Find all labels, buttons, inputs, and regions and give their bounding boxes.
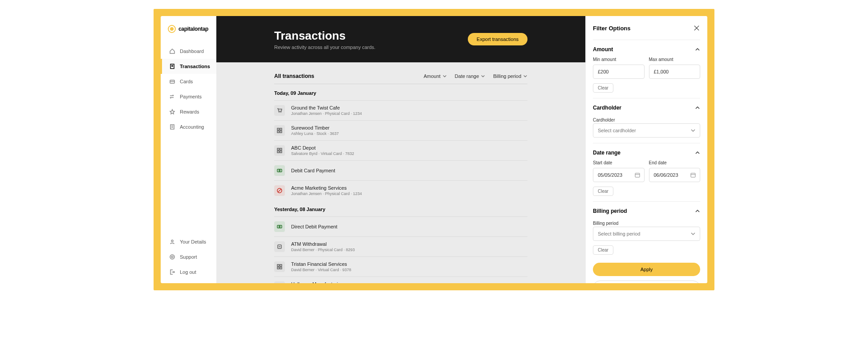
filter-panel: Filter Options Amount Min amount: [585, 16, 707, 283]
svg-rect-2: [170, 125, 174, 129]
svg-rect-22: [277, 264, 279, 266]
grid-icon: [274, 281, 285, 283]
transaction-row[interactable]: Surewood Timber Ashley Luna · Stock · 36…: [274, 120, 527, 140]
date-range-clear-button[interactable]: Clear: [593, 187, 613, 196]
transaction-row[interactable]: ABC Depot Salvatore Byrd · Virtual Card …: [274, 140, 527, 160]
close-icon[interactable]: [694, 25, 700, 32]
filter-section-amount: Amount Min amount Max amount Clear: [593, 40, 700, 98]
billing-select[interactable]: [593, 227, 700, 241]
svg-rect-25: [280, 267, 282, 269]
atm-icon: [274, 241, 285, 252]
billing-section-toggle[interactable]: Billing period: [593, 208, 700, 214]
transaction-row[interactable]: Tristan Financial Services David Berner …: [274, 256, 527, 277]
apply-filters-button[interactable]: Apply: [593, 263, 700, 276]
svg-point-6: [279, 112, 280, 113]
user-icon: [169, 239, 175, 245]
amount-clear-button[interactable]: Clear: [593, 83, 613, 93]
sidebar-item-dashboard[interactable]: Dashboard: [161, 44, 216, 59]
transaction-row[interactable]: Ground the Twist Cafe Jonathan Jensen · …: [274, 100, 527, 120]
chevron-down-icon: [442, 74, 447, 78]
filter-chip-billing-period[interactable]: Billing period: [493, 73, 527, 79]
list-title: All transactions: [274, 73, 314, 79]
end-date-label: End date: [649, 160, 701, 165]
filter-section-date-range: Date range Start date End date: [593, 143, 700, 201]
sidebar-item-payments[interactable]: Payments: [161, 89, 216, 104]
min-amount-input[interactable]: [593, 65, 645, 79]
sidebar-item-accounting[interactable]: Accounting: [161, 119, 216, 134]
card-icon: [169, 78, 175, 85]
grid-icon: [274, 261, 285, 272]
svg-point-7: [280, 112, 281, 113]
home-icon: [169, 48, 175, 54]
transaction-meta: Salvatore Byrd · Virtual Card · 7832: [291, 151, 354, 156]
cardholder-select[interactable]: [593, 123, 700, 138]
grid-icon: [274, 125, 285, 136]
end-date-input[interactable]: [649, 168, 701, 182]
cardholder-section-toggle[interactable]: Cardholder: [593, 105, 700, 111]
filter-section-cardholder: Cardholder Cardholder: [593, 98, 700, 143]
transaction-row[interactable]: Acme Marketing Services Jonathan Jensen …: [274, 180, 527, 200]
transaction-row[interactable]: Holloway Manufacturing Salvatore Byrd · …: [274, 277, 527, 283]
svg-point-3: [171, 240, 173, 242]
start-date-label: Start date: [593, 160, 645, 165]
life-ring-icon: [169, 254, 175, 260]
sidebar-item-label: Transactions: [180, 64, 210, 69]
sidebar-item-label: Cards: [180, 79, 193, 84]
money-icon: [274, 165, 285, 176]
sidebar-item-rewards[interactable]: Rewards: [161, 104, 216, 119]
date-group-header: Yesterday, 08 January: [274, 200, 527, 216]
transaction-row[interactable]: ATM Withdrawal David Berner · Physical C…: [274, 236, 527, 256]
transaction-row[interactable]: Direct Debit Payment: [274, 216, 527, 236]
svg-point-4: [170, 255, 174, 259]
transaction-title: Ground the Twist Cafe: [291, 105, 362, 110]
date-range-section-toggle[interactable]: Date range: [593, 150, 700, 156]
chevron-up-icon: [695, 150, 700, 155]
transactions-content: All transactions AmountDate rangeBilling…: [216, 62, 585, 283]
svg-rect-15: [280, 151, 282, 153]
clear-all-filters-button[interactable]: Clear all filters: [593, 281, 700, 283]
svg-rect-12: [277, 148, 279, 150]
logo-mark-icon: [168, 25, 176, 33]
filter-chip-date-range[interactable]: Date range: [455, 73, 485, 79]
start-date-input[interactable]: [593, 168, 645, 182]
sidebar-item-support[interactable]: Support: [161, 249, 216, 264]
transaction-meta: Jonathan Jensen · Physical Card · 1234: [291, 111, 362, 116]
transfer-icon: [169, 94, 175, 100]
star-icon: [169, 109, 175, 115]
transaction-title: Holloway Manufacturing: [291, 281, 345, 283]
max-amount-label: Max amount: [649, 57, 701, 62]
date-group-header: Today, 09 January: [274, 84, 527, 100]
amount-section-toggle[interactable]: Amount: [593, 46, 700, 53]
transaction-title: Tristan Financial Services: [291, 261, 351, 267]
svg-rect-9: [280, 128, 282, 130]
svg-rect-11: [280, 131, 282, 133]
sidebar-item-log-out[interactable]: Log out: [161, 264, 216, 280]
svg-rect-24: [277, 267, 279, 269]
transaction-title: Surewood Timber: [291, 125, 339, 130]
brand-name: capitalontap: [178, 26, 208, 32]
sidebar-item-your-details[interactable]: Your Details: [161, 234, 216, 249]
sidebar-item-transactions[interactable]: Transactions: [161, 59, 216, 74]
min-amount-label: Min amount: [593, 57, 645, 62]
secondary-nav: Your DetailsSupportLog out: [161, 234, 216, 283]
sidebar-item-label: Accounting: [180, 124, 204, 130]
transaction-meta: David Berner · Virtual Card · 9378: [291, 268, 351, 272]
filter-chip-amount[interactable]: Amount: [424, 73, 447, 79]
sidebar-item-label: Rewards: [180, 109, 199, 114]
page-title: Transactions: [274, 29, 375, 43]
main-content: Transactions Review activity across all …: [216, 16, 585, 283]
sidebar-item-label: Payments: [180, 94, 202, 99]
sidebar-item-cards[interactable]: Cards: [161, 74, 216, 89]
max-amount-input[interactable]: [649, 65, 701, 79]
transaction-title: Acme Marketing Services: [291, 185, 362, 191]
primary-nav: DashboardTransactionsCardsPaymentsReward…: [161, 44, 216, 234]
billing-clear-button[interactable]: Clear: [593, 245, 613, 255]
chevron-up-icon: [695, 105, 700, 110]
chevron-down-icon: [523, 74, 527, 78]
logout-icon: [169, 269, 175, 275]
transaction-title: ABC Depot: [291, 145, 354, 150]
transaction-row[interactable]: Debit Card Payment: [274, 160, 527, 180]
ledger-icon: [169, 124, 175, 130]
export-transactions-button[interactable]: Export transactions: [468, 33, 527, 45]
sidebar-item-label: Support: [180, 254, 197, 260]
